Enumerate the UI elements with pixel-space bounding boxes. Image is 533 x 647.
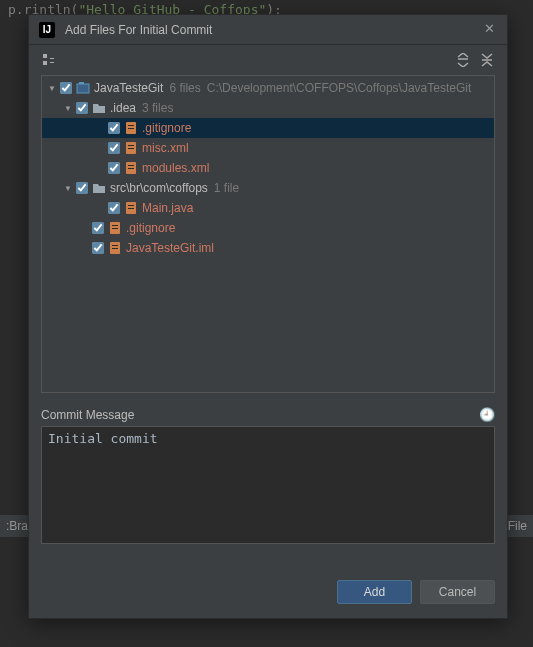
commit-message-input[interactable] bbox=[41, 426, 495, 544]
dialog-title: Add Files For Initial Commit bbox=[65, 23, 481, 37]
commit-message-label: Commit Message 🕘 bbox=[41, 407, 495, 422]
svg-rect-5 bbox=[79, 82, 84, 84]
svg-rect-13 bbox=[128, 165, 134, 166]
tree-row[interactable]: ▼.idea3 files bbox=[42, 98, 494, 118]
group-by-icon[interactable] bbox=[41, 52, 57, 68]
file-checkbox[interactable] bbox=[108, 122, 120, 134]
svg-rect-22 bbox=[112, 245, 118, 246]
tree-item-label: .gitignore bbox=[126, 221, 175, 235]
chevron-down-icon[interactable]: ▼ bbox=[46, 82, 58, 94]
svg-rect-4 bbox=[77, 84, 89, 93]
file-icon bbox=[124, 201, 138, 215]
tree-item-meta: 6 files bbox=[169, 81, 200, 95]
svg-rect-10 bbox=[128, 145, 134, 146]
tree-item-label: .gitignore bbox=[142, 121, 191, 135]
file-icon bbox=[124, 161, 138, 175]
folder-icon bbox=[92, 101, 106, 115]
tree-row[interactable]: .gitignore bbox=[42, 118, 494, 138]
file-icon bbox=[108, 241, 122, 255]
tree-row[interactable]: Main.java bbox=[42, 198, 494, 218]
file-icon bbox=[124, 141, 138, 155]
dialog-titlebar: IJ Add Files For Initial Commit ✕ bbox=[29, 15, 507, 45]
svg-rect-7 bbox=[128, 125, 134, 126]
arrow-spacer bbox=[94, 122, 106, 134]
file-checkbox[interactable] bbox=[76, 182, 88, 194]
add-files-dialog: IJ Add Files For Initial Commit ✕ ▼JavaT… bbox=[28, 14, 508, 619]
arrow-spacer bbox=[78, 222, 90, 234]
tree-item-label: JavaTesteGit bbox=[94, 81, 163, 95]
svg-rect-20 bbox=[112, 228, 118, 229]
chevron-down-icon[interactable]: ▼ bbox=[62, 102, 74, 114]
chevron-down-icon[interactable]: ▼ bbox=[62, 182, 74, 194]
svg-rect-3 bbox=[50, 62, 54, 63]
close-icon[interactable]: ✕ bbox=[481, 22, 497, 38]
arrow-spacer bbox=[94, 202, 106, 214]
cancel-button[interactable]: Cancel bbox=[420, 580, 495, 604]
tree-item-label: modules.xml bbox=[142, 161, 209, 175]
svg-rect-19 bbox=[112, 225, 118, 226]
svg-rect-14 bbox=[128, 168, 134, 169]
tree-item-label: JavaTesteGit.iml bbox=[126, 241, 214, 255]
tree-item-meta: 1 file bbox=[214, 181, 239, 195]
folder-icon bbox=[92, 181, 106, 195]
dialog-buttons: Add Cancel bbox=[29, 570, 507, 618]
file-checkbox[interactable] bbox=[60, 82, 72, 94]
tree-row[interactable]: JavaTesteGit.iml bbox=[42, 238, 494, 258]
module-icon bbox=[76, 81, 90, 95]
intellij-icon: IJ bbox=[39, 22, 55, 38]
tree-item-path: C:\Development\COFFOPS\Coffops\JavaTeste… bbox=[207, 81, 472, 95]
tree-row[interactable]: misc.xml bbox=[42, 138, 494, 158]
svg-rect-16 bbox=[128, 205, 134, 206]
svg-rect-23 bbox=[112, 248, 118, 249]
dialog-toolbar bbox=[29, 45, 507, 75]
svg-rect-8 bbox=[128, 128, 134, 129]
tree-item-label: Main.java bbox=[142, 201, 193, 215]
file-tree-panel[interactable]: ▼JavaTesteGit6 filesC:\Development\COFFO… bbox=[41, 75, 495, 393]
file-icon bbox=[124, 121, 138, 135]
collapse-all-icon[interactable] bbox=[479, 52, 495, 68]
svg-rect-1 bbox=[43, 61, 47, 65]
tree-row[interactable]: .gitignore bbox=[42, 218, 494, 238]
svg-rect-2 bbox=[50, 58, 54, 59]
svg-rect-0 bbox=[43, 54, 47, 58]
expand-all-icon[interactable] bbox=[455, 52, 471, 68]
add-button[interactable]: Add bbox=[337, 580, 412, 604]
arrow-spacer bbox=[78, 242, 90, 254]
arrow-spacer bbox=[94, 162, 106, 174]
tree-row[interactable]: ▼JavaTesteGit6 filesC:\Development\COFFO… bbox=[42, 78, 494, 98]
tree-item-label: .idea bbox=[110, 101, 136, 115]
tree-row[interactable]: ▼src\br\com\coffops1 file bbox=[42, 178, 494, 198]
file-checkbox[interactable] bbox=[92, 222, 104, 234]
file-checkbox[interactable] bbox=[108, 202, 120, 214]
file-checkbox[interactable] bbox=[76, 102, 88, 114]
history-icon[interactable]: 🕘 bbox=[479, 407, 495, 422]
svg-rect-17 bbox=[128, 208, 134, 209]
svg-rect-11 bbox=[128, 148, 134, 149]
tree-item-label: src\br\com\coffops bbox=[110, 181, 208, 195]
tree-item-meta: 3 files bbox=[142, 101, 173, 115]
arrow-spacer bbox=[94, 142, 106, 154]
file-icon bbox=[108, 221, 122, 235]
tree-row[interactable]: modules.xml bbox=[42, 158, 494, 178]
file-checkbox[interactable] bbox=[108, 142, 120, 154]
file-checkbox[interactable] bbox=[108, 162, 120, 174]
file-checkbox[interactable] bbox=[92, 242, 104, 254]
tree-item-label: misc.xml bbox=[142, 141, 189, 155]
